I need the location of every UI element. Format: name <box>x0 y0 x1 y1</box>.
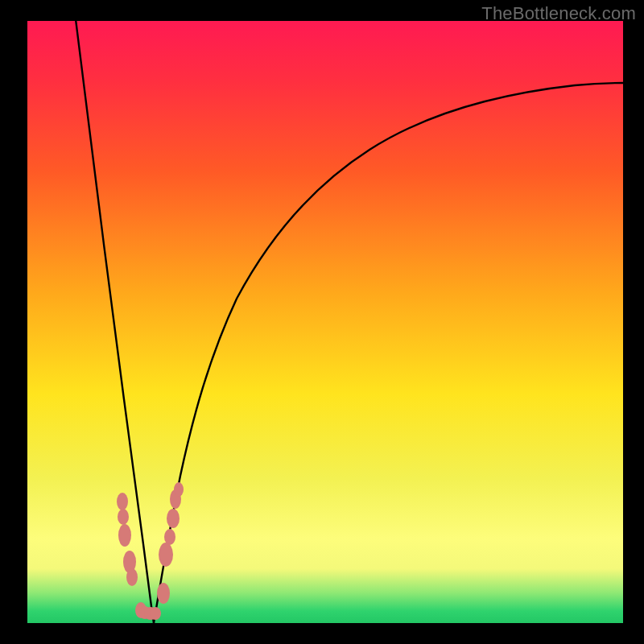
bead <box>118 509 129 525</box>
outer-frame: TheBottleneck.com <box>0 0 644 644</box>
bead <box>157 583 170 604</box>
curve-layer <box>27 21 623 623</box>
bead <box>126 568 138 586</box>
curve-left-branch <box>76 21 154 623</box>
bead <box>118 524 131 547</box>
bead <box>164 529 175 545</box>
plot-area <box>27 21 623 623</box>
curve-right-branch <box>154 83 623 623</box>
bead <box>150 607 161 620</box>
bead <box>167 509 180 528</box>
bead <box>174 482 184 497</box>
bead <box>117 493 128 510</box>
bead <box>159 543 173 567</box>
watermark-text: TheBottleneck.com <box>481 3 636 24</box>
